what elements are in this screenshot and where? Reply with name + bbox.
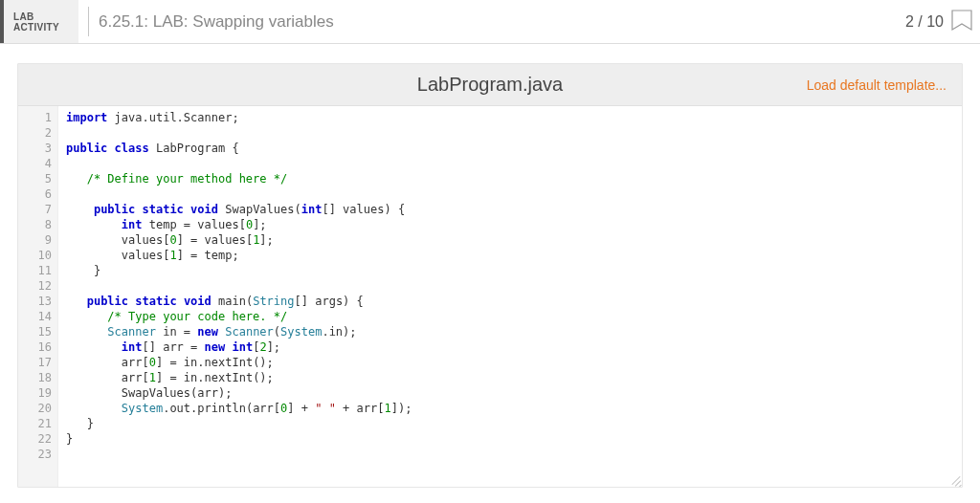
- line-number: 11: [18, 263, 52, 278]
- line-number: 3: [18, 141, 52, 156]
- line-number: 23: [18, 447, 52, 462]
- code-line[interactable]: }: [66, 431, 962, 447]
- load-default-template-link[interactable]: Load default template...: [807, 64, 947, 105]
- line-number: 10: [18, 248, 52, 263]
- score-area: 2 / 10: [905, 0, 980, 43]
- lab-activity-badge: LAB ACTIVITY: [0, 0, 78, 43]
- line-number: 17: [18, 355, 52, 370]
- code-line[interactable]: [66, 186, 962, 202]
- code-line[interactable]: System.out.println(arr[0] + " " + arr[1]…: [66, 401, 962, 416]
- line-number: 14: [18, 309, 52, 324]
- resize-handle-icon[interactable]: [948, 473, 960, 485]
- code-line[interactable]: public static void main(String[] args) {: [66, 294, 962, 309]
- lab-activity-line1: LAB: [13, 11, 33, 22]
- code-line[interactable]: values[1] = temp;: [66, 248, 962, 263]
- line-number: 22: [18, 431, 52, 447]
- line-number: 1: [18, 110, 52, 125]
- code-area[interactable]: import java.util.Scanner; public class L…: [58, 106, 962, 487]
- code-line[interactable]: }: [66, 263, 962, 278]
- line-number: 2: [18, 125, 52, 141]
- code-line[interactable]: }: [66, 416, 962, 431]
- code-line[interactable]: int[] arr = new int[2];: [66, 339, 962, 355]
- line-number: 19: [18, 385, 52, 401]
- line-number: 12: [18, 278, 52, 294]
- code-line[interactable]: import java.util.Scanner;: [66, 110, 962, 125]
- line-number: 16: [18, 339, 52, 355]
- code-line[interactable]: public class LabProgram {: [66, 141, 962, 156]
- code-line[interactable]: public static void SwapValues(int[] valu…: [66, 202, 962, 217]
- line-number: 18: [18, 370, 52, 385]
- code-line[interactable]: arr[0] = in.nextInt();: [66, 355, 962, 370]
- line-number: 15: [18, 324, 52, 339]
- lab-activity-line2: ACTIVITY: [13, 22, 59, 33]
- code-line[interactable]: /* Type your code here. */: [66, 309, 962, 324]
- code-line[interactable]: [66, 278, 962, 294]
- line-number-gutter: 1234567891011121314151617181920212223: [18, 106, 58, 487]
- lab-title: 6.25.1: LAB: Swapping variables: [99, 0, 905, 43]
- line-number: 4: [18, 156, 52, 171]
- editor-card: LabProgram.java Load default template...…: [17, 63, 963, 488]
- line-number: 8: [18, 217, 52, 232]
- code-line[interactable]: int temp = values[0];: [66, 217, 962, 232]
- code-editor[interactable]: 1234567891011121314151617181920212223 im…: [18, 106, 962, 487]
- line-number: 21: [18, 416, 52, 431]
- line-number: 5: [18, 171, 52, 186]
- line-number: 20: [18, 401, 52, 416]
- line-number: 9: [18, 232, 52, 248]
- code-line[interactable]: arr[1] = in.nextInt();: [66, 370, 962, 385]
- header-divider: [88, 7, 89, 36]
- code-line[interactable]: SwapValues(arr);: [66, 385, 962, 401]
- code-line[interactable]: [66, 156, 962, 171]
- code-line[interactable]: [66, 447, 962, 462]
- code-line[interactable]: [66, 125, 962, 141]
- editor-tabbar: LabProgram.java Load default template...: [18, 64, 962, 106]
- code-line[interactable]: Scanner in = new Scanner(System.in);: [66, 324, 962, 339]
- code-line[interactable]: /* Define your method here */: [66, 171, 962, 186]
- line-number: 6: [18, 186, 52, 202]
- line-number: 13: [18, 294, 52, 309]
- line-number: 7: [18, 202, 52, 217]
- bookmark-icon[interactable]: [951, 10, 972, 34]
- score-text: 2 / 10: [905, 13, 944, 31]
- code-line[interactable]: values[0] = values[1];: [66, 232, 962, 248]
- lab-header: LAB ACTIVITY 6.25.1: LAB: Swapping varia…: [0, 0, 980, 44]
